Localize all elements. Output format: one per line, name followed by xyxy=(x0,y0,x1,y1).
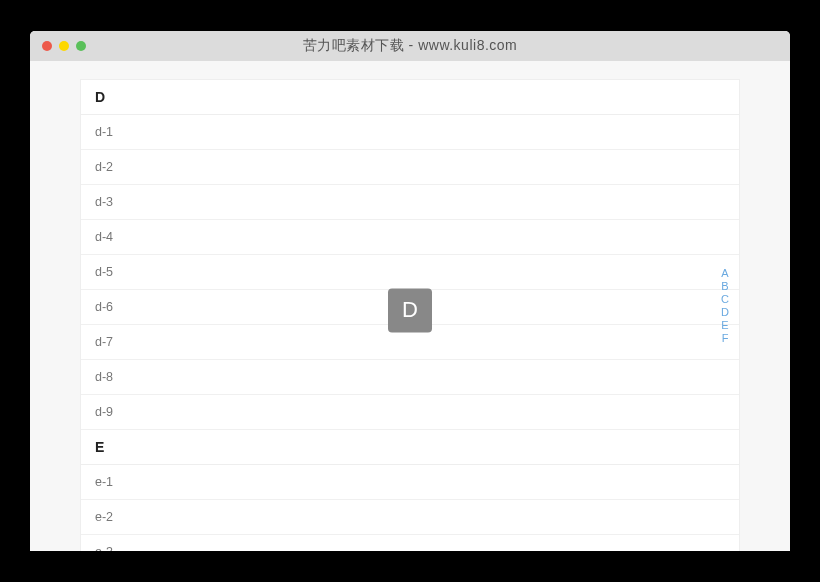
traffic-lights xyxy=(42,41,86,51)
index-letter-c[interactable]: C xyxy=(718,293,732,306)
section-header-d: D xyxy=(81,80,739,115)
content-area: D d-1 d-2 d-3 d-4 d-5 d-6 d-7 d-8 d-9 E … xyxy=(30,61,790,551)
list-item[interactable]: d-5 xyxy=(81,255,739,290)
maximize-icon[interactable] xyxy=(76,41,86,51)
app-window: 苦力吧素材下载 - www.kuli8.com D d-1 d-2 d-3 d-… xyxy=(30,31,790,551)
alpha-index-sidebar[interactable]: A B C D E F xyxy=(718,267,732,345)
minimize-icon[interactable] xyxy=(59,41,69,51)
index-letter-e[interactable]: E xyxy=(718,319,732,332)
list-item[interactable]: e-3 xyxy=(81,535,739,551)
index-letter-f[interactable]: F xyxy=(718,332,732,345)
window-title: 苦力吧素材下载 - www.kuli8.com xyxy=(30,37,790,55)
title-bar: 苦力吧素材下载 - www.kuli8.com xyxy=(30,31,790,61)
list-item[interactable]: e-1 xyxy=(81,465,739,500)
badge-letter: D xyxy=(402,297,418,323)
section-header-e: E xyxy=(81,430,739,465)
index-letter-b[interactable]: B xyxy=(718,280,732,293)
list-item[interactable]: d-9 xyxy=(81,395,739,430)
close-icon[interactable] xyxy=(42,41,52,51)
list-item[interactable]: d-8 xyxy=(81,360,739,395)
index-letter-d[interactable]: D xyxy=(718,306,732,319)
list-item[interactable]: d-2 xyxy=(81,150,739,185)
index-letter-a[interactable]: A xyxy=(718,267,732,280)
current-letter-badge: D xyxy=(388,288,432,332)
list-item[interactable]: d-4 xyxy=(81,220,739,255)
list-item[interactable]: e-2 xyxy=(81,500,739,535)
list-item[interactable]: d-3 xyxy=(81,185,739,220)
list-item[interactable]: d-1 xyxy=(81,115,739,150)
